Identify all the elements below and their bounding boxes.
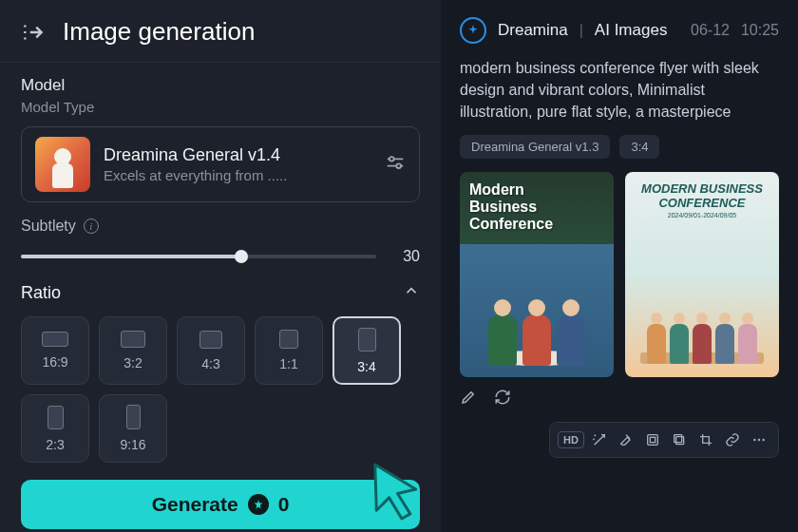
model-type-label: Model Type [21, 99, 420, 115]
credit-icon [248, 494, 269, 515]
link-icon[interactable] [721, 428, 744, 451]
generate-cost: 0 [278, 493, 290, 516]
ratio-text: 16:9 [42, 354, 67, 370]
ratio-shape [121, 331, 145, 348]
svg-point-6 [753, 439, 755, 441]
model-selector[interactable]: Dreamina General v1.4 Excels at everythi… [21, 126, 420, 202]
image-2-date: 2024/09/01-2024/09/05 [625, 212, 779, 218]
svg-rect-5 [674, 435, 682, 443]
subtlety-label: Subtlety [21, 218, 76, 235]
subtlety-value: 30 [393, 248, 420, 265]
ratio-shape [358, 328, 376, 352]
subtlety-slider-row: 30 [21, 244, 420, 269]
ratio-option-16-9[interactable]: 16:9 [21, 316, 89, 385]
hd-button[interactable]: HD [558, 431, 584, 448]
result-images: Modern Business Conference MODERN BUSINE… [460, 172, 779, 377]
image-2-title: MODERN BUSINESS CONFERENCE [625, 181, 779, 211]
result-tags: Dreamina General v1.3 3:4 [460, 135, 779, 159]
subtlety-row: Subtlety i [21, 218, 420, 235]
model-section-label: Model [21, 76, 420, 95]
generate-button[interactable]: Generate 0 [21, 480, 420, 529]
model-description: Excels at everything from ..... [104, 167, 385, 183]
subtlety-slider[interactable] [21, 244, 376, 269]
chevron-up-icon [403, 282, 420, 303]
ratio-option-1-1[interactable]: 1:1 [255, 316, 323, 385]
ratio-header[interactable]: Ratio [21, 282, 420, 303]
ratio-text: 2:3 [46, 437, 64, 452]
ratio-shape [126, 405, 141, 429]
edit-icon[interactable] [460, 389, 477, 409]
ratio-option-3-4[interactable]: 3:4 [332, 316, 401, 385]
ratio-option-4-3[interactable]: 4:3 [177, 316, 245, 385]
svg-point-7 [758, 439, 760, 441]
ratio-text: 1:1 [279, 356, 297, 371]
result-category: AI Images [595, 21, 668, 40]
page-title: Image generation [63, 17, 255, 47]
svg-point-0 [390, 157, 394, 162]
model-thumbnail [35, 137, 90, 192]
image-1-title: Modern Business Conference [469, 181, 553, 234]
more-icon[interactable] [748, 428, 770, 451]
results-panel: Dreamina | AI Images 06-12 10:25 modern … [441, 0, 798, 532]
ratio-shape [279, 330, 298, 349]
model-tag[interactable]: Dreamina General v1.3 [460, 135, 610, 159]
svg-rect-2 [648, 435, 658, 446]
layers-icon[interactable] [668, 428, 691, 451]
result-toolbar: HD [549, 422, 779, 458]
collapse-icon[interactable] [21, 20, 46, 45]
svg-point-8 [762, 439, 764, 441]
prompt-text: modern business conference flyer with sl… [460, 57, 779, 124]
result-app-name: Dreamina [498, 21, 568, 40]
result-actions-left [460, 389, 779, 409]
retry-icon[interactable] [494, 389, 511, 409]
ratio-option-2-3[interactable]: 2:3 [21, 394, 89, 463]
ratio-option-9-16[interactable]: 9:16 [99, 394, 167, 463]
cursor-pointer-icon [361, 454, 431, 524]
sliders-icon [385, 152, 406, 177]
settings-panel: Image generation Model Model Type Dreami… [0, 0, 441, 532]
ratio-tag[interactable]: 3:4 [619, 135, 659, 159]
generate-label: Generate [152, 493, 238, 516]
info-icon[interactable]: i [84, 218, 99, 234]
result-image-1[interactable]: Modern Business Conference [460, 172, 614, 377]
model-info: Dreamina General v1.4 Excels at everythi… [104, 145, 385, 183]
result-image-2[interactable]: MODERN BUSINESS CONFERENCE 2024/09/01-20… [625, 172, 779, 377]
model-name: Dreamina General v1.4 [104, 145, 385, 165]
ratio-text: 3:2 [124, 355, 142, 370]
expand-icon[interactable] [641, 428, 664, 451]
ratio-shape [48, 406, 64, 429]
crop-icon[interactable] [694, 428, 717, 451]
header: Image generation [0, 0, 441, 63]
sparkle-icon [460, 17, 486, 44]
ratio-label: Ratio [21, 283, 61, 303]
ratio-text: 4:3 [201, 356, 219, 371]
svg-rect-4 [676, 437, 684, 445]
ratio-text: 3:4 [357, 359, 375, 374]
result-date: 06-12 [691, 22, 730, 39]
ratio-shape [200, 331, 222, 349]
svg-point-1 [396, 163, 401, 168]
ratio-grid: 16:93:24:31:13:42:39:16 [21, 316, 420, 463]
ratio-option-3-2[interactable]: 3:2 [99, 316, 167, 385]
ratio-shape [42, 332, 68, 347]
wand-icon[interactable] [588, 428, 611, 451]
model-section: Model Model Type Dreamina General v1.4 E… [0, 63, 441, 463]
result-time: 10:25 [741, 22, 779, 39]
erase-icon[interactable] [615, 428, 637, 451]
svg-rect-3 [650, 437, 655, 442]
result-header: Dreamina | AI Images 06-12 10:25 [460, 17, 779, 44]
ratio-text: 9:16 [120, 437, 145, 452]
